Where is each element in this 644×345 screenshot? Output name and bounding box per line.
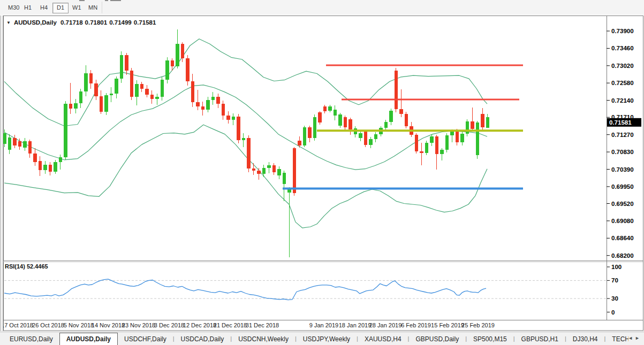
chart-window[interactable]: 10070300 0.739000.734600.730200.725800.7… bbox=[0, 15, 644, 332]
candle-body bbox=[64, 104, 67, 157]
tab-scroll-left-icon[interactable]: ◄ bbox=[628, 335, 635, 341]
candle-body bbox=[115, 79, 118, 94]
candle-body bbox=[33, 154, 37, 162]
tab-gbpusd-daily[interactable]: GBPUSD,Daily bbox=[409, 333, 465, 345]
candle-body bbox=[176, 44, 179, 66]
rsi-tick-label: 30 bbox=[611, 295, 618, 302]
candle-body bbox=[318, 112, 322, 122]
tab-usdcad-daily[interactable]: USDCAD,Daily bbox=[175, 333, 231, 345]
tab-scroll-right-icon[interactable]: ► bbox=[635, 335, 642, 341]
clipped-toolbar-icon bbox=[79, 0, 85, 1]
chevron-down-icon[interactable]: ▼ bbox=[6, 20, 11, 25]
tab-usdchf-daily[interactable]: USDCHF,Daily bbox=[118, 333, 173, 345]
chart-symbol-label: AUDUSD,Daily bbox=[14, 19, 57, 26]
candle-body bbox=[242, 138, 246, 140]
ohlc-open: 0.71718 bbox=[60, 19, 83, 26]
candle-body bbox=[283, 173, 286, 184]
candle-body bbox=[150, 95, 154, 99]
candle-body bbox=[145, 89, 149, 94]
price-tick-label: 0.73020 bbox=[611, 63, 634, 69]
date-label: 18 Jan 2019 bbox=[339, 322, 372, 328]
price-tick-label: 0.73460 bbox=[611, 45, 634, 51]
candle-body bbox=[456, 131, 459, 142]
candle-body bbox=[374, 134, 378, 139]
candle-body bbox=[440, 150, 444, 154]
tab-dj30-h4[interactable]: DJ30,H4 bbox=[566, 333, 604, 345]
candle-body bbox=[74, 103, 78, 109]
candle-body bbox=[405, 114, 408, 126]
candle-body bbox=[161, 80, 164, 97]
tab-eurusd-daily[interactable]: EURUSD,Daily bbox=[3, 333, 59, 345]
tab-scroll-arrows: ◄► bbox=[628, 335, 642, 341]
tab-tech100-h4[interactable]: TECH100,H4 bbox=[605, 333, 628, 345]
chart-canvas[interactable]: 10070300 0.739000.734600.730200.725800.7… bbox=[0, 15, 644, 332]
date-label: 28 Jan 2019 bbox=[369, 322, 402, 328]
date-label: 15 Feb 2019 bbox=[431, 322, 464, 328]
candle-body bbox=[54, 162, 57, 172]
candle-body bbox=[165, 60, 169, 79]
tab-audusd-daily[interactable]: AUDUSD,Daily bbox=[59, 333, 118, 345]
candle-body bbox=[196, 102, 200, 106]
candle-body bbox=[272, 165, 276, 172]
timeframe-button-mn[interactable]: MN bbox=[85, 3, 101, 12]
candle-body bbox=[293, 148, 297, 193]
date-axis: 17 Oct 201826 Oct 20185 Nov 201814 Nov 2… bbox=[1, 322, 495, 328]
price-tick-label: 0.70390 bbox=[611, 166, 634, 173]
candle-body bbox=[8, 137, 12, 150]
candle-body bbox=[466, 121, 469, 134]
date-label: 14 Nov 2018 bbox=[92, 322, 125, 328]
candle-body bbox=[18, 141, 22, 147]
timeframe-button-h4[interactable]: H4 bbox=[36, 3, 51, 12]
candle-body bbox=[186, 58, 190, 81]
candle-body bbox=[476, 122, 480, 155]
candle-body bbox=[100, 96, 103, 112]
candle-body bbox=[252, 168, 256, 171]
tab-xauusd-h4[interactable]: XAUUSD,H4 bbox=[358, 333, 408, 345]
price-tick-label: 0.69520 bbox=[611, 201, 634, 207]
price-tick-label: 0.68640 bbox=[611, 235, 634, 241]
candle-body bbox=[420, 151, 423, 153]
date-label: 21 Dec 2018 bbox=[214, 322, 247, 328]
candle-body bbox=[313, 117, 317, 139]
toolbar-separator bbox=[102, 2, 102, 13]
tab-usdjpy-weekly[interactable]: USDJPY,Weekly bbox=[297, 333, 357, 345]
candle-body bbox=[79, 91, 83, 103]
tab-usdcnh-weekly[interactable]: USDCNH,Weekly bbox=[232, 333, 295, 345]
candle-body bbox=[232, 117, 236, 120]
candle-body bbox=[89, 73, 93, 83]
candle-body bbox=[84, 73, 88, 91]
candle-body bbox=[399, 109, 403, 114]
date-label: 6 Feb 2019 bbox=[401, 322, 431, 328]
candle-body bbox=[211, 97, 215, 100]
timeframe-button-h1[interactable]: H1 bbox=[20, 3, 35, 12]
date-label: 17 Oct 2018 bbox=[1, 322, 33, 328]
clipped-toolbar-icon bbox=[105, 0, 108, 1]
candle-body bbox=[425, 143, 429, 152]
rsi-tick-label: 100 bbox=[611, 264, 622, 270]
date-label: 23 Nov 2018 bbox=[122, 322, 155, 328]
tab-sp500-m15[interactable]: SP500,M15 bbox=[467, 333, 513, 345]
candle-body bbox=[181, 44, 185, 58]
date-label: 9 Jan 2019 bbox=[309, 322, 338, 328]
symbol-tab-bar: EURUSD,DailyAUDUSD,DailyUSDCHF,Daily|USD… bbox=[0, 332, 644, 345]
candle-body bbox=[334, 110, 337, 116]
timeframe-toolbar: M30H1H4D1W1MN bbox=[0, 0, 644, 16]
ohlc-close: 0.71581 bbox=[134, 19, 156, 26]
candle-body bbox=[171, 60, 175, 66]
candle-body bbox=[110, 94, 113, 95]
candle-body bbox=[28, 141, 32, 154]
timeframe-button-d1[interactable]: D1 bbox=[52, 3, 69, 13]
window-edge-groove bbox=[1, 16, 3, 331]
candle-body bbox=[338, 114, 342, 126]
candle-body bbox=[308, 127, 312, 139]
tab-gbpusd-h1[interactable]: GBPUSD,H1 bbox=[515, 333, 565, 345]
date-label: 12 Dec 2018 bbox=[183, 322, 216, 328]
candle-body bbox=[364, 132, 368, 145]
price-tick-label: 0.69950 bbox=[611, 183, 634, 190]
candle-body bbox=[222, 104, 225, 116]
candle-body bbox=[39, 161, 42, 170]
current-price-label: 0.71581 bbox=[609, 119, 632, 126]
candle-body bbox=[140, 84, 144, 89]
timeframe-button-w1[interactable]: W1 bbox=[69, 3, 85, 12]
candle-body bbox=[257, 171, 261, 174]
